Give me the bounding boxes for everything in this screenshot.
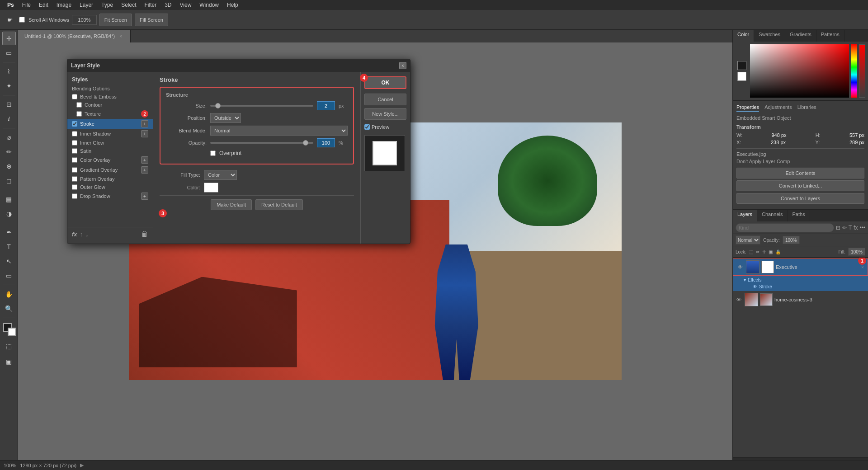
dialog-bevel-emboss[interactable]: Bevel & Emboss <box>67 93 153 101</box>
lock-all-icon[interactable]: 🔒 <box>775 249 781 254</box>
color-overlay-checkbox[interactable] <box>72 157 77 163</box>
hand-pan-tool[interactable]: ✋ <box>2 287 16 301</box>
color-alpha-bar[interactable] <box>859 44 865 98</box>
satin-checkbox[interactable] <box>72 148 77 154</box>
swatches-tab[interactable]: Swatches <box>754 30 785 42</box>
layer-blend-mode-select[interactable]: Normal <box>736 235 760 244</box>
menu-view[interactable]: View <box>176 1 195 9</box>
bevel-emboss-checkbox[interactable] <box>72 94 77 99</box>
clone-tool[interactable]: ⊕ <box>2 160 16 173</box>
gradients-tab[interactable]: Gradients <box>785 30 816 42</box>
brush-filter-icon[interactable]: ✏ <box>842 225 847 231</box>
convert-to-linked-btn[interactable]: Convert to Linked... <box>736 180 864 191</box>
preview-checkbox[interactable] <box>364 124 370 130</box>
lock-artboard-icon[interactable]: ▣ <box>769 249 773 254</box>
dialog-inner-glow[interactable]: Inner Glow <box>67 139 153 147</box>
layer-executive-eye[interactable]: 👁 <box>736 263 744 271</box>
lock-position-icon[interactable]: ✛ <box>762 249 766 254</box>
stroke-checkbox[interactable] <box>72 121 77 127</box>
selection-tool[interactable]: ▭ <box>2 46 16 60</box>
position-select[interactable]: Outside Inside Center <box>210 113 241 123</box>
inner-glow-checkbox[interactable] <box>72 140 77 146</box>
props-tab-properties[interactable]: Properties <box>736 104 759 112</box>
blend-mode-select[interactable]: Normal Multiply Screen <box>210 126 348 136</box>
scroll-all-windows-checkbox[interactable] <box>19 17 25 23</box>
dialog-pattern-overlay[interactable]: Pattern Overlay <box>67 175 153 183</box>
inner-shadow-plus-btn[interactable]: + <box>141 130 148 137</box>
fill-screen-btn[interactable]: Fill Screen <box>135 14 168 26</box>
eyedropper-tool[interactable]: 𝒊 <box>2 112 16 126</box>
move-effect-down-icon[interactable]: ↓ <box>85 231 89 238</box>
size-slider[interactable] <box>210 105 313 107</box>
menu-image[interactable]: Image <box>53 1 75 9</box>
lock-transparent-icon[interactable]: ⬚ <box>749 249 753 254</box>
fx-icon[interactable]: fx <box>72 231 77 238</box>
menu-select[interactable]: Select <box>118 1 140 9</box>
opacity-input[interactable] <box>783 236 800 244</box>
hand-tool-btn[interactable]: ☛ <box>4 14 16 26</box>
effect-filter-icon[interactable]: fx <box>854 225 858 231</box>
menu-filter[interactable]: Filter <box>141 1 160 9</box>
dialog-cancel-btn[interactable]: Cancel <box>364 94 406 105</box>
outer-glow-checkbox[interactable] <box>72 184 77 190</box>
patterns-tab[interactable]: Patterns <box>816 30 844 42</box>
text-filter-icon[interactable]: T <box>849 225 852 231</box>
more-filter-icon[interactable]: ••• <box>859 225 865 231</box>
layer-executive-close[interactable]: × <box>859 264 866 270</box>
color-tab[interactable]: Color <box>733 30 754 42</box>
paths-tab[interactable]: Paths <box>788 210 810 221</box>
pattern-overlay-checkbox[interactable] <box>72 176 77 182</box>
screen-mode-btn[interactable]: ▣ <box>2 355 16 368</box>
gradient-overlay-plus-btn[interactable]: + <box>141 166 148 174</box>
dialog-contour[interactable]: Contour <box>67 101 153 109</box>
menu-3d[interactable]: 3D <box>161 1 175 9</box>
gradient-tool[interactable]: ▤ <box>2 193 16 206</box>
color-spectrum[interactable] <box>851 44 857 98</box>
dialog-close-btn[interactable]: × <box>399 62 406 69</box>
layer-home-eye[interactable]: 👁 <box>735 296 743 304</box>
dialog-color-overlay[interactable]: Color Overlay + <box>67 155 153 165</box>
size-input[interactable] <box>317 101 335 110</box>
fg-color-swatch[interactable] <box>737 61 746 70</box>
props-tab-adjustments[interactable]: Adjustments <box>764 104 792 112</box>
dialog-outer-glow[interactable]: Outer Glow <box>67 183 153 191</box>
burn-tool[interactable]: ◑ <box>2 207 16 221</box>
doc-tab-close-btn[interactable]: × <box>118 33 124 39</box>
move-tool[interactable]: ✛ <box>2 32 16 45</box>
gradient-overlay-checkbox[interactable] <box>72 167 77 173</box>
dialog-inner-shadow[interactable]: Inner Shadow + <box>67 129 153 139</box>
document-tab[interactable]: Untitled-1 @ 100% (Executive, RGB/84*) × <box>18 30 131 42</box>
dialog-ok-btn[interactable]: OK <box>364 76 406 89</box>
menu-layer[interactable]: Layer <box>76 1 97 9</box>
brush-tool[interactable]: ✏ <box>2 145 16 159</box>
path-select-tool[interactable]: ↖ <box>2 254 16 268</box>
dialog-drop-shadow[interactable]: Drop Shadow + <box>67 191 153 201</box>
layers-tab[interactable]: Layers <box>733 210 757 221</box>
fill-input[interactable] <box>848 248 865 256</box>
texture-checkbox[interactable] <box>76 111 82 117</box>
drop-shadow-checkbox[interactable] <box>72 193 77 199</box>
color-preview-swatch[interactable] <box>204 183 218 193</box>
add-effect-icon[interactable]: ↑ <box>80 231 83 238</box>
shape-tool[interactable]: ▭ <box>2 269 16 282</box>
inner-shadow-checkbox[interactable] <box>72 131 77 136</box>
menu-window[interactable]: Window <box>196 1 222 9</box>
eraser-tool[interactable]: ◻ <box>2 174 16 188</box>
type-tool[interactable]: T <box>2 240 16 254</box>
stroke-effect-label[interactable]: 👁 Stroke <box>744 283 866 290</box>
dialog-stroke[interactable]: Stroke + <box>67 119 153 129</box>
quick-mask-tool[interactable]: ⬚ <box>2 339 16 353</box>
delete-effect-btn[interactable]: 🗑 <box>141 230 148 238</box>
props-tab-libraries[interactable]: Libraries <box>797 104 816 112</box>
magic-wand-tool[interactable]: ✦ <box>2 79 16 93</box>
layer-executive[interactable]: 👁 Executive × <box>733 258 868 276</box>
crop-tool[interactable]: ⊡ <box>2 98 16 111</box>
dialog-gradient-overlay[interactable]: Gradient Overlay + <box>67 165 153 175</box>
color-swatches[interactable] <box>2 322 16 336</box>
pen-tool[interactable]: ✒ <box>2 226 16 239</box>
dialog-titlebar[interactable]: Layer Style × <box>67 59 410 72</box>
overprint-checkbox[interactable] <box>210 150 216 156</box>
lasso-tool[interactable]: ⌇ <box>2 65 16 78</box>
color-overlay-plus-btn[interactable]: + <box>141 156 148 164</box>
fit-screen-btn[interactable]: Fit Screen <box>99 14 132 26</box>
